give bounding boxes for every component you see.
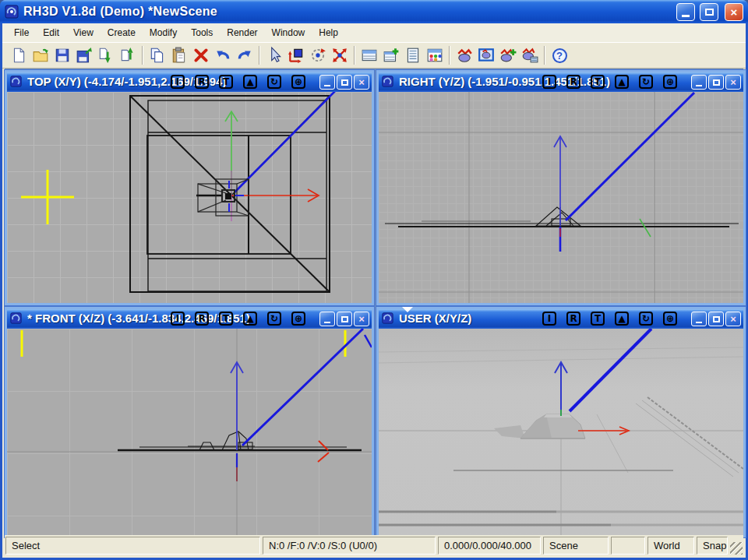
texture-button[interactable]: T bbox=[219, 75, 233, 89]
viewport-maximize-button[interactable] bbox=[337, 75, 352, 90]
menu-modify[interactable]: Modify bbox=[143, 24, 184, 41]
menu-create[interactable]: Create bbox=[101, 24, 143, 41]
viewport-minimize-button[interactable] bbox=[691, 312, 707, 326]
statusbar: Select N:0 /F:0 /V:0 /S:0 (U0/0) 0.000/0… bbox=[5, 535, 743, 555]
pan-view-button[interactable]: ⊕ bbox=[291, 75, 305, 89]
texture-button[interactable]: T bbox=[591, 312, 605, 326]
camera-line bbox=[235, 92, 337, 192]
menu-help[interactable]: Help bbox=[312, 24, 345, 41]
viewport-maximize-button[interactable] bbox=[337, 312, 352, 326]
render-mode-button[interactable]: R bbox=[195, 75, 209, 89]
save-button[interactable] bbox=[51, 44, 73, 66]
menu-tools[interactable]: Tools bbox=[184, 24, 220, 41]
viewport-maximize-button[interactable] bbox=[708, 75, 724, 90]
copy-button[interactable] bbox=[146, 44, 168, 66]
app-window: RH3D V1.8d (Demo) *NewScene × File Edit … bbox=[0, 0, 748, 560]
viewport-right-canvas[interactable] bbox=[379, 92, 743, 303]
viewport-front-canvas[interactable] bbox=[7, 329, 372, 535]
menu-window[interactable]: Window bbox=[265, 24, 312, 41]
viewport-close-button[interactable]: × bbox=[725, 75, 741, 90]
shading-button[interactable]: ▲ bbox=[615, 75, 629, 89]
viewport-maximize-button[interactable] bbox=[708, 312, 724, 326]
select-button[interactable] bbox=[263, 44, 285, 66]
redo-button[interactable] bbox=[234, 44, 256, 66]
export-button[interactable] bbox=[117, 44, 139, 66]
render-mode-button[interactable]: R bbox=[566, 312, 580, 326]
help-button[interactable]: ? bbox=[549, 44, 570, 66]
import-button[interactable] bbox=[95, 44, 117, 66]
scale-button[interactable] bbox=[329, 44, 351, 66]
close-button[interactable]: × bbox=[725, 3, 743, 21]
menu-edit[interactable]: Edit bbox=[36, 24, 66, 41]
viewport-minimize-button[interactable] bbox=[691, 75, 707, 90]
status-snap[interactable]: Snap bbox=[697, 537, 728, 555]
menu-view[interactable]: View bbox=[66, 24, 101, 41]
undo-button[interactable] bbox=[212, 44, 234, 66]
viewport-close-button[interactable]: × bbox=[354, 75, 369, 90]
shading-button[interactable]: ▲ bbox=[243, 75, 257, 89]
rotate-view-button[interactable]: ↻ bbox=[267, 75, 281, 89]
isometric-button[interactable]: I bbox=[542, 75, 556, 89]
minimize-button[interactable] bbox=[676, 3, 695, 21]
viewport-close-button[interactable]: × bbox=[354, 312, 369, 326]
delete-button[interactable] bbox=[190, 44, 212, 66]
texture-button[interactable]: T bbox=[219, 312, 233, 326]
viewport-minimize-button[interactable] bbox=[319, 312, 335, 326]
viewport-close-button[interactable]: × bbox=[725, 312, 741, 326]
render-mode-button[interactable]: R bbox=[195, 312, 209, 326]
maximize-button[interactable] bbox=[700, 3, 718, 21]
open-icon bbox=[32, 47, 49, 64]
rotate-button[interactable] bbox=[307, 44, 329, 66]
pan-view-button[interactable]: ⊕ bbox=[291, 312, 305, 326]
major-gridlines bbox=[379, 92, 743, 303]
shading-button[interactable]: ▲ bbox=[615, 312, 629, 326]
viewport-front-titlebar[interactable]: * FRONT (X/Z) (-3.641/-1.834,2.469/1.851… bbox=[7, 309, 372, 329]
status-mode: Select bbox=[5, 537, 260, 555]
rotate-view-button[interactable]: ↻ bbox=[639, 75, 653, 89]
minimize-icon bbox=[682, 15, 690, 17]
pan-view-button[interactable]: ⊕ bbox=[663, 75, 677, 89]
menu-render[interactable]: Render bbox=[220, 24, 264, 41]
object-wireframe bbox=[536, 207, 580, 226]
save-icon bbox=[54, 47, 71, 64]
texture-button[interactable]: T bbox=[591, 75, 605, 89]
rotate-icon bbox=[309, 47, 326, 64]
splitter-handle[interactable] bbox=[402, 307, 413, 312]
minimize-icon bbox=[696, 322, 702, 323]
viewport-right: RIGHT (Y/Z) (-1.951/-0.951,1.451/1.851) … bbox=[376, 70, 746, 305]
toolbar: ? bbox=[2, 43, 746, 69]
render-button[interactable] bbox=[453, 44, 475, 66]
resize-grip[interactable] bbox=[730, 542, 743, 555]
render-view-button[interactable] bbox=[475, 44, 497, 66]
isometric-button[interactable]: I bbox=[542, 312, 556, 326]
viewport-user-titlebar[interactable]: USER (X/Y/Z) I R T ▲ ↻ ⊕ × bbox=[379, 309, 743, 329]
new-button[interactable] bbox=[8, 44, 30, 66]
render-settings-button[interactable] bbox=[519, 44, 541, 66]
camera-line bbox=[242, 329, 363, 446]
rotate-view-button[interactable]: ↻ bbox=[639, 312, 653, 326]
object-table-add-button[interactable] bbox=[380, 44, 402, 66]
move-button[interactable] bbox=[285, 44, 307, 66]
materials-button[interactable] bbox=[424, 44, 446, 66]
render-add-button[interactable] bbox=[497, 44, 519, 66]
axis-x-arrow bbox=[231, 189, 319, 202]
render-mode-button[interactable]: R bbox=[566, 75, 580, 89]
paste-button[interactable] bbox=[168, 44, 190, 66]
viewport-right-titlebar[interactable]: RIGHT (Y/Z) (-1.951/-0.951,1.451/1.851) … bbox=[379, 72, 743, 92]
render-settings-icon bbox=[521, 47, 538, 64]
viewport-user-canvas[interactable] bbox=[379, 329, 743, 535]
viewport-top-titlebar[interactable]: TOP (X/Y) (-4.174/-1.951,2.169/1.994) I … bbox=[7, 72, 372, 92]
viewport-top-canvas[interactable] bbox=[7, 92, 372, 303]
shading-button[interactable]: ▲ bbox=[243, 312, 257, 326]
pan-view-button[interactable]: ⊕ bbox=[663, 312, 677, 326]
open-button[interactable] bbox=[30, 44, 51, 66]
isometric-button[interactable]: I bbox=[171, 75, 185, 89]
isometric-button[interactable]: I bbox=[171, 312, 185, 326]
object-table-button[interactable] bbox=[358, 44, 380, 66]
save-as-button[interactable] bbox=[73, 44, 95, 66]
viewport-minimize-button[interactable] bbox=[319, 75, 335, 90]
rotate-view-button[interactable]: ↻ bbox=[267, 312, 281, 326]
object-list-button[interactable] bbox=[402, 44, 424, 66]
close-icon: × bbox=[358, 314, 365, 324]
menu-file[interactable]: File bbox=[7, 24, 36, 41]
